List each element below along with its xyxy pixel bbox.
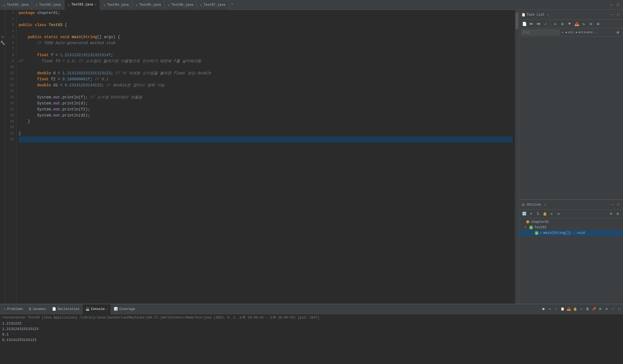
console-label: Console: [91, 307, 105, 311]
tab-label: Test03.java: [71, 3, 93, 7]
outline-collapse-all-button[interactable]: ⊟: [608, 211, 614, 217]
activate-button[interactable]: ▶ Activate...: [576, 31, 598, 34]
new-task-button[interactable]: 📄: [521, 21, 527, 27]
console-scroll-lock[interactable]: 🔒: [572, 306, 578, 312]
expand-button[interactable]: ⊞: [595, 21, 601, 27]
outline-sort-button[interactable]: 🔡: [521, 211, 527, 217]
console-expand-button[interactable]: ⊞: [597, 306, 603, 312]
console-output-line-1: 1.2131232: [2, 321, 621, 326]
task-panel-icon[interactable]: ⊞: [615, 29, 621, 35]
tab-test02[interactable]: ☕ Test02.java: [32, 0, 64, 10]
export-button[interactable]: 📤: [574, 21, 580, 27]
line-num-22: 22: [8, 136, 14, 143]
margin-icon-20: [0, 124, 5, 130]
maximize-icon[interactable]: □: [616, 12, 621, 17]
tab-overflow-indicator: ⁵: [229, 3, 235, 7]
refresh-button[interactable]: ↻: [581, 21, 587, 27]
task-find-input[interactable]: [521, 30, 560, 35]
maximize-button[interactable]: □: [615, 2, 621, 8]
prev-task-button[interactable]: ⏮: [536, 21, 542, 27]
console-close-button[interactable]: ✕: [106, 308, 108, 311]
console-word-wrap[interactable]: ↩: [579, 306, 584, 312]
outline-settings-button[interactable]: ⚙: [615, 211, 621, 217]
collapse-button[interactable]: ⊟: [588, 21, 594, 27]
tab-test03[interactable]: ☕ Test03.java ✕: [64, 0, 100, 10]
test03-expand-icon[interactable]: ▼: [525, 226, 528, 229]
outline-hide-nonpublic-button[interactable]: 🔒: [542, 211, 548, 217]
next-task-button[interactable]: ⏭: [528, 21, 534, 27]
tab-test05[interactable]: ☕ Test05.java: [132, 0, 164, 10]
console-tool1[interactable]: 📋: [560, 306, 565, 312]
console-minimize-button[interactable]: ─: [610, 306, 616, 312]
console-output-line-2: 1.213124315133123: [2, 326, 621, 332]
outline-item-test03[interactable]: ▼ C Test03: [519, 225, 623, 230]
margin-icon-11: [0, 70, 5, 76]
outline-item-chapter01[interactable]: 📦 chapter01: [519, 219, 623, 225]
minimize-icon[interactable]: ─: [610, 12, 615, 17]
tab-console[interactable]: 💻 Console ✕: [83, 304, 111, 314]
mark-complete-button[interactable]: ✓: [543, 21, 549, 27]
console-tool2[interactable]: 📤: [566, 306, 571, 312]
task-list-title: Task List: [527, 13, 545, 17]
code-line-4: [19, 28, 513, 34]
tab-test04[interactable]: ☕ Test04.java: [100, 0, 132, 10]
code-line-3: public class Test03 {: [19, 22, 513, 28]
tab-test06[interactable]: ☕ Test06.java: [165, 0, 197, 10]
outline-right-controls: ⊟ ⚙: [608, 211, 621, 217]
tab-label: Test01.java: [7, 3, 29, 7]
tab-close-button[interactable]: ✕: [95, 3, 97, 6]
outline-item-main[interactable]: m S main(String[]) : void: [519, 230, 623, 236]
line-num-7: 7: [8, 46, 14, 52]
outline-hide-static-button[interactable]: S: [535, 211, 541, 217]
outline-close-button[interactable]: ✕: [544, 203, 546, 206]
tab-problems[interactable]: ⚠ Problems: [1, 304, 26, 314]
filter-button[interactable]: ▼: [567, 21, 573, 27]
tab-coverage[interactable]: 📊 Coverage: [111, 304, 138, 314]
outline-tools-button[interactable]: ⚒: [556, 211, 562, 217]
declaration-label: Declaration: [58, 307, 79, 311]
margin-icon-7: [0, 46, 5, 52]
outline-green-dot: ●: [549, 211, 555, 217]
code-editor[interactable]: ⊖ 🔧 1 2: [0, 10, 519, 304]
delete-task-button[interactable]: ✕: [552, 21, 558, 27]
editor-scrollbar[interactable]: [515, 10, 519, 304]
outline-maximize-button[interactable]: □: [616, 202, 621, 207]
find-all-button[interactable]: ▶ All: [566, 31, 574, 34]
line-num-11: 11: [8, 70, 14, 76]
margin-icon-2: [0, 16, 5, 22]
code-content[interactable]: package chapter01; public class Test03 {…: [16, 10, 515, 304]
tab-declaration[interactable]: 📄 Declaration: [49, 304, 82, 314]
java-file-icon: ☕: [135, 3, 137, 7]
tab-test01[interactable]: ☕ Test01.java: [0, 0, 32, 10]
tab-test07[interactable]: ☕ Test07.java: [197, 0, 229, 10]
package-icon: 📦: [526, 220, 530, 224]
javadoc-icon: @: [29, 307, 31, 311]
task-list-close-button[interactable]: ✕: [547, 13, 549, 16]
code-line-6: // TODO Auto-generated method stub: [19, 40, 513, 46]
minimize-button[interactable]: ─: [609, 2, 614, 8]
console-stop-button[interactable]: ⏹: [541, 306, 546, 312]
tab-label: Test07.java: [204, 3, 225, 7]
code-line-11: double d = 1.2131243151331123123; // 더 자…: [19, 70, 513, 76]
console-settings-button[interactable]: ⚙: [604, 306, 609, 312]
margin-icon-8: [0, 52, 5, 58]
java-file-icon: ☕: [68, 2, 70, 7]
console-maximize-button[interactable]: □: [616, 306, 622, 312]
console-clear-button[interactable]: 🗑: [585, 306, 590, 312]
console-terminate-button[interactable]: ✕: [547, 306, 553, 312]
line-num-5: 5: [8, 34, 14, 40]
margin-icon-1: [0, 10, 5, 16]
class-svg-icon: C: [529, 225, 533, 230]
settings-button[interactable]: ⚙: [559, 21, 565, 27]
outline-hide-fields-button[interactable]: ≡: [528, 211, 534, 217]
task-list-tab[interactable]: 📋 Task List ✕: [521, 13, 548, 17]
console-pin-button[interactable]: 📌: [591, 306, 597, 312]
tab-javadoc[interactable]: @ Javadoc: [26, 304, 49, 314]
margin-icon-19: [0, 118, 5, 124]
outline-minimize-button[interactable]: ─: [610, 202, 615, 207]
right-panel: 📋 Task List ✕ ─ □ 📄 ⏭ ⏮ ✓ ✕ ⚙ ▼ 📤: [519, 10, 623, 304]
console-disconnect-button[interactable]: ⚡: [553, 306, 559, 312]
code-line-18: System.out.println(d2);: [19, 112, 513, 118]
console-output: <terminated> Test03 [Java Application] /…: [0, 314, 623, 364]
tab-bar-controls: ─ □: [609, 2, 623, 8]
